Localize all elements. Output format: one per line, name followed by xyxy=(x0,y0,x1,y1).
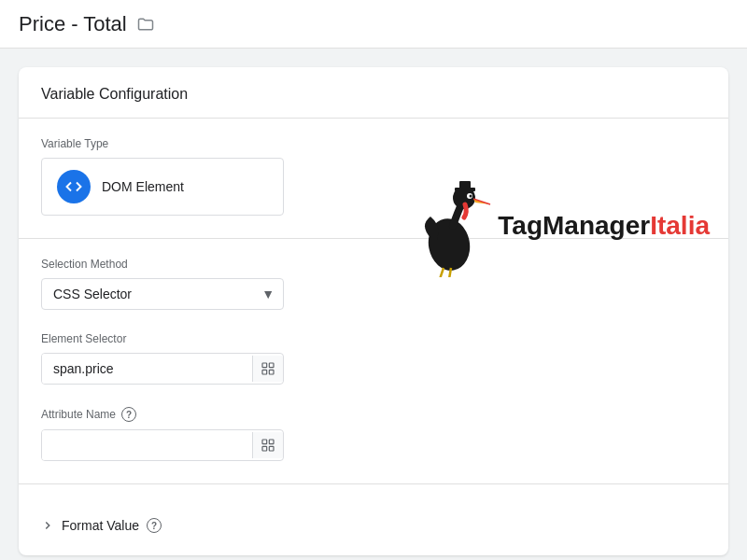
variable-type-section: Variable Type DOM Element xyxy=(41,137,706,216)
card-body: Variable Type DOM Element Selection Meth… xyxy=(19,119,728,555)
attribute-name-label-row: Attribute Name ? xyxy=(41,407,706,422)
format-value-help-icon[interactable]: ? xyxy=(147,518,162,533)
selection-method-label: Selection Method xyxy=(41,258,706,271)
element-selector-section: Element Selector xyxy=(41,332,706,385)
selection-method-select[interactable]: CSS Selector XPath xyxy=(41,278,284,310)
format-value-row[interactable]: Format Value ? xyxy=(41,503,706,537)
format-value-label: Format Value xyxy=(62,518,139,533)
attribute-name-help-icon[interactable]: ? xyxy=(121,407,136,422)
element-selector-label: Element Selector xyxy=(41,332,706,345)
attribute-name-input-wrapper xyxy=(41,429,284,461)
element-selector-input-wrapper xyxy=(41,353,284,385)
header: Price - Total xyxy=(0,0,747,49)
variable-config-card: Variable Configuration Variable Type DOM… xyxy=(19,67,728,555)
attribute-name-input[interactable] xyxy=(42,430,252,460)
dom-element-label: DOM Element xyxy=(102,179,184,194)
attribute-name-section: Attribute Name ? xyxy=(41,407,706,461)
variable-type-label: Variable Type xyxy=(41,137,706,150)
attribute-name-icon-btn[interactable] xyxy=(252,432,283,458)
variable-type-selector[interactable]: DOM Element xyxy=(41,158,284,216)
page-title: Price - Total xyxy=(19,12,155,36)
divider-1 xyxy=(19,238,728,239)
svg-rect-6 xyxy=(262,446,267,451)
dom-element-icon xyxy=(57,170,91,203)
selection-method-section: Selection Method CSS Selector XPath ▼ xyxy=(41,258,706,310)
svg-rect-2 xyxy=(262,370,267,374)
svg-rect-3 xyxy=(269,370,274,374)
element-selector-input[interactable] xyxy=(42,354,252,384)
svg-rect-7 xyxy=(269,446,274,451)
attribute-name-label: Attribute Name xyxy=(41,408,116,421)
format-value-chevron-icon xyxy=(41,519,54,532)
title-text: Price - Total xyxy=(19,12,127,36)
card-header: Variable Configuration xyxy=(19,67,728,119)
main-content: Variable Configuration Variable Type DOM… xyxy=(0,49,747,560)
svg-rect-5 xyxy=(269,440,274,444)
folder-icon[interactable] xyxy=(136,15,155,34)
svg-rect-1 xyxy=(269,363,274,368)
element-selector-icon-btn[interactable] xyxy=(252,356,283,382)
card-title: Variable Configuration xyxy=(41,86,188,102)
svg-rect-4 xyxy=(262,440,267,444)
selection-method-wrapper: CSS Selector XPath ▼ xyxy=(41,278,284,310)
divider-2 xyxy=(19,483,728,484)
svg-rect-0 xyxy=(262,363,267,368)
